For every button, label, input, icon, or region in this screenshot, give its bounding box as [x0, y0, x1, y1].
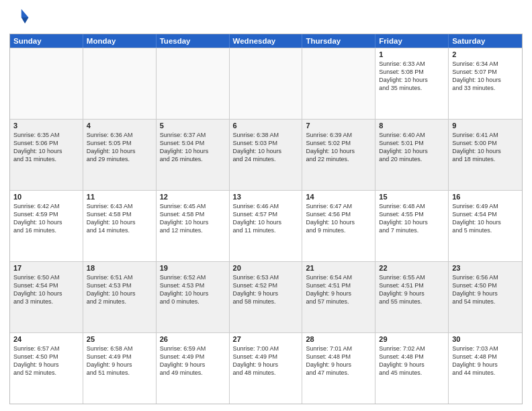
day-number: 2 [452, 50, 519, 58]
day-cell-23: 23Sunrise: 6:56 AMSunset: 4:50 PMDayligh… [449, 262, 522, 332]
cell-line: Sunset: 4:54 PM [452, 210, 519, 218]
day-number: 12 [160, 193, 226, 201]
svg-marker-0 [21, 9, 29, 17]
logo [9, 7, 34, 28]
empty-cell-0-1 [83, 48, 157, 119]
cell-line: and 20 minutes. [379, 155, 445, 163]
day-cell-10: 10Sunrise: 6:42 AMSunset: 4:59 PMDayligh… [10, 191, 83, 261]
day-cell-27: 27Sunrise: 7:00 AMSunset: 4:49 PMDayligh… [230, 333, 303, 404]
cell-line: and 18 minutes. [452, 155, 519, 163]
day-cell-21: 21Sunrise: 6:54 AMSunset: 4:51 PMDayligh… [302, 262, 375, 332]
cell-line: Sunrise: 7:00 AM [233, 345, 299, 353]
cell-line: Daylight: 10 hours [233, 147, 299, 155]
cell-line: Sunrise: 7:03 AM [452, 345, 519, 353]
header-day-sunday: Sunday [10, 34, 83, 48]
empty-cell-0-3 [230, 48, 303, 119]
cell-line: and 2 minutes. [87, 298, 152, 306]
day-number: 24 [13, 335, 79, 343]
cell-line: Sunrise: 6:42 AM [13, 202, 79, 210]
cell-line: Daylight: 10 hours [87, 147, 152, 155]
calendar-row-2: 10Sunrise: 6:42 AMSunset: 4:59 PMDayligh… [10, 190, 522, 261]
cell-line: Sunset: 4:48 PM [379, 353, 445, 361]
cell-line: and 26 minutes. [160, 155, 226, 163]
day-cell-13: 13Sunrise: 6:46 AMSunset: 4:57 PMDayligh… [230, 191, 303, 261]
cell-line: Sunset: 4:55 PM [379, 210, 445, 218]
cell-line: Sunrise: 6:58 AM [87, 345, 152, 353]
cell-line: Daylight: 10 hours [452, 147, 519, 155]
cell-line: Daylight: 9 hours [306, 289, 371, 298]
cell-line: and 29 minutes. [87, 155, 152, 163]
empty-cell-0-0 [10, 48, 83, 119]
cell-line: Daylight: 10 hours [13, 289, 79, 298]
day-number: 21 [306, 264, 371, 272]
cell-line: Daylight: 10 hours [452, 218, 519, 226]
cell-line: Sunset: 4:49 PM [160, 353, 226, 361]
day-number: 22 [379, 264, 445, 272]
cell-line: Sunset: 4:49 PM [87, 353, 152, 361]
cell-line: Sunset: 4:52 PM [233, 281, 299, 289]
cell-line: Sunrise: 6:45 AM [160, 202, 226, 210]
cell-line: Sunrise: 6:48 AM [379, 202, 445, 210]
page: SundayMondayTuesdayWednesdayThursdayFrid… [0, 0, 532, 411]
cell-line: Sunrise: 6:33 AM [379, 60, 445, 68]
calendar-row-0: 1Sunrise: 6:33 AMSunset: 5:08 PMDaylight… [10, 48, 522, 119]
cell-line: Sunrise: 6:47 AM [306, 202, 371, 210]
cell-line: and 11 minutes. [233, 226, 299, 234]
day-cell-28: 28Sunrise: 7:01 AMSunset: 4:48 PMDayligh… [302, 333, 375, 404]
cell-line: Sunrise: 6:59 AM [160, 345, 226, 353]
cell-line: Sunset: 4:53 PM [160, 281, 226, 289]
cell-line: Sunrise: 6:46 AM [233, 202, 299, 210]
cell-line: Daylight: 9 hours [379, 289, 445, 298]
day-cell-12: 12Sunrise: 6:45 AMSunset: 4:58 PMDayligh… [157, 191, 230, 261]
cell-line: Sunset: 5:05 PM [87, 139, 152, 147]
day-cell-1: 1Sunrise: 6:33 AMSunset: 5:08 PMDaylight… [375, 48, 449, 119]
day-number: 18 [87, 264, 152, 272]
cell-line: Sunset: 4:54 PM [13, 281, 79, 289]
header-day-tuesday: Tuesday [157, 34, 230, 48]
cell-line: Sunrise: 6:56 AM [452, 273, 519, 281]
day-cell-25: 25Sunrise: 6:58 AMSunset: 4:49 PMDayligh… [83, 333, 157, 404]
cell-line: Sunset: 5:00 PM [452, 139, 519, 147]
cell-line: Daylight: 10 hours [379, 76, 445, 84]
day-cell-16: 16Sunrise: 6:49 AMSunset: 4:54 PMDayligh… [449, 191, 522, 261]
cell-line: and 24 minutes. [233, 155, 299, 163]
day-number: 20 [233, 264, 299, 272]
cell-line: and 7 minutes. [379, 226, 445, 234]
cell-line: Daylight: 10 hours [452, 76, 519, 84]
day-number: 11 [87, 193, 152, 201]
cell-line: and 35 minutes. [379, 84, 445, 92]
day-cell-2: 2Sunrise: 6:34 AMSunset: 5:07 PMDaylight… [449, 48, 522, 119]
cell-line: Sunrise: 6:49 AM [452, 202, 519, 210]
day-number: 23 [452, 264, 519, 272]
cell-line: Sunrise: 6:39 AM [306, 131, 371, 139]
day-cell-14: 14Sunrise: 6:47 AMSunset: 4:56 PMDayligh… [302, 191, 375, 261]
svg-marker-1 [21, 17, 29, 24]
day-number: 3 [13, 122, 79, 130]
day-number: 14 [306, 193, 371, 201]
cell-line: and 9 minutes. [306, 226, 371, 234]
cell-line: Sunset: 4:53 PM [87, 281, 152, 289]
calendar-row-1: 3Sunrise: 6:35 AMSunset: 5:06 PMDaylight… [10, 119, 522, 190]
header [9, 7, 523, 28]
cell-line: Sunset: 4:50 PM [13, 353, 79, 361]
header-day-thursday: Thursday [302, 34, 375, 48]
cell-line: and 51 minutes. [87, 369, 152, 377]
day-cell-20: 20Sunrise: 6:53 AMSunset: 4:52 PMDayligh… [230, 262, 303, 332]
cell-line: Sunset: 4:58 PM [160, 210, 226, 218]
cell-line: and 14 minutes. [87, 226, 152, 234]
day-number: 13 [233, 193, 299, 201]
cell-line: Sunset: 4:56 PM [306, 210, 371, 218]
cell-line: Sunrise: 6:55 AM [379, 273, 445, 281]
cell-line: Daylight: 10 hours [160, 147, 226, 155]
cell-line: Sunrise: 6:53 AM [233, 273, 299, 281]
cell-line: Daylight: 9 hours [233, 361, 299, 369]
cell-line: Daylight: 9 hours [452, 361, 519, 369]
cell-line: Sunrise: 6:54 AM [306, 273, 371, 281]
cell-line: Sunrise: 7:01 AM [306, 345, 371, 353]
cell-line: Sunset: 5:01 PM [379, 139, 445, 147]
day-cell-7: 7Sunrise: 6:39 AMSunset: 5:02 PMDaylight… [302, 120, 375, 190]
day-cell-29: 29Sunrise: 7:02 AMSunset: 4:48 PMDayligh… [375, 333, 449, 404]
cell-line: and 31 minutes. [13, 155, 79, 163]
cell-line: Sunset: 5:07 PM [452, 68, 519, 76]
day-number: 19 [160, 264, 226, 272]
